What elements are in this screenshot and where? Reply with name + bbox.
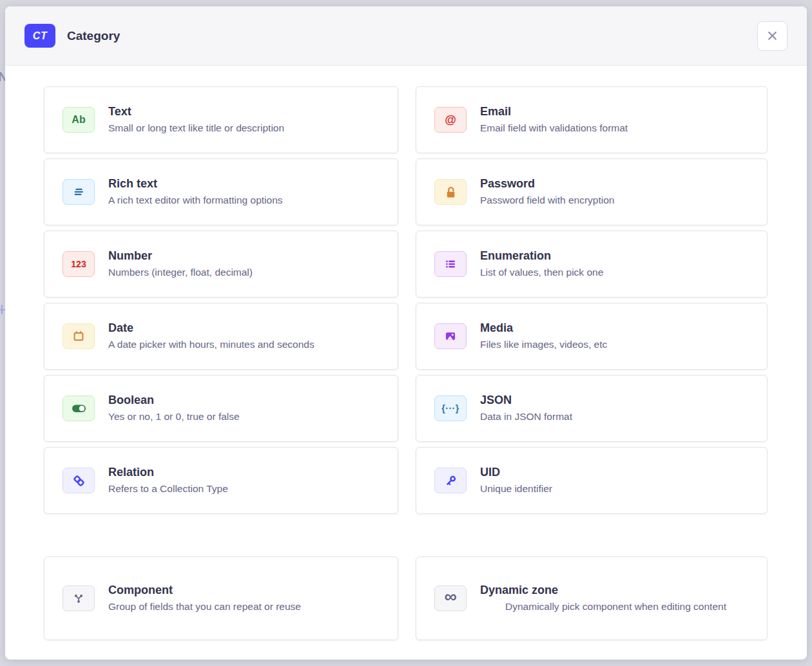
field-title: Boolean <box>108 394 382 407</box>
field-card-rich-text[interactable]: Rich text A rich text editor with format… <box>44 158 398 225</box>
field-card-email[interactable]: @ Email Email field with validations for… <box>416 86 768 153</box>
field-description: Small or long text like title or descrip… <box>108 122 382 135</box>
chain-links-icon <box>63 468 95 493</box>
field-title: Component <box>108 584 382 597</box>
field-card-dynamic-zone[interactable]: ∞ Dynamic zone Dynamically pick componen… <box>416 557 768 640</box>
node-tree-icon <box>63 585 95 611</box>
bullet-list-icon <box>434 251 467 277</box>
field-description: A rich text editor with formatting optio… <box>108 194 382 207</box>
json-glyph: {···} <box>441 403 459 414</box>
field-card-text-content: Email Email field with validations forma… <box>480 105 751 135</box>
collection-type-badge: CT <box>24 24 55 48</box>
field-card-uid[interactable]: UID Unique identifier <box>416 447 768 514</box>
infinity-icon: ∞ <box>434 585 467 611</box>
close-button[interactable] <box>757 21 788 51</box>
field-card-text-content: Number Numbers (integer, float, decimal) <box>108 249 382 280</box>
field-card-text-content: Boolean Yes or no, 1 or 0, true or false <box>108 394 382 424</box>
field-card-relation[interactable]: Relation Refers to a Collection Type <box>44 447 398 514</box>
field-card-json[interactable]: {···} JSON Data in JSON format <box>416 375 768 442</box>
field-description: List of values, then pick one <box>480 266 751 280</box>
field-card-text-content: Rich text A rich text editor with format… <box>108 177 382 207</box>
field-card-media[interactable]: Media Files like images, videos, etc <box>416 303 768 370</box>
infinity-glyph: ∞ <box>444 590 456 607</box>
field-type-picker-modal: CT Category Ab Text Small or long text l… <box>5 6 807 660</box>
field-description: Refers to a Collection Type <box>108 482 382 496</box>
field-card-text[interactable]: Ab Text Small or long text like title or… <box>44 86 398 153</box>
field-title: Text <box>108 105 382 119</box>
field-description: Numbers (integer, float, decimal) <box>108 266 382 280</box>
field-title: Media <box>480 321 751 335</box>
calendar-icon <box>63 323 95 349</box>
field-type-grid: Ab Text Small or long text like title or… <box>44 86 769 514</box>
field-title: UID <box>480 466 751 479</box>
field-card-text-content: Enumeration List of values, then pick on… <box>480 249 751 280</box>
picture-icon <box>434 323 467 349</box>
close-icon <box>766 30 778 42</box>
field-card-date[interactable]: Date A date picker with hours, minutes a… <box>44 303 398 370</box>
field-description: Dynamically pick component when editing … <box>505 600 727 614</box>
field-description: Unique identifier <box>480 482 751 496</box>
field-title: Relation <box>108 466 382 479</box>
field-card-text-content: Relation Refers to a Collection Type <box>108 466 382 496</box>
modal-title: Category <box>67 29 120 43</box>
one-two-three-icon: 123 <box>63 251 95 277</box>
field-description: Data in JSON format <box>480 410 751 424</box>
field-card-boolean[interactable]: Boolean Yes or no, 1 or 0, true or false <box>44 375 398 442</box>
field-title: Email <box>480 105 751 119</box>
field-card-number[interactable]: 123 Number Numbers (integer, float, deci… <box>44 231 398 298</box>
toggle-switch-icon <box>63 395 95 421</box>
ab-text-icon: Ab <box>63 107 95 133</box>
field-card-text-content: UID Unique identifier <box>480 466 751 496</box>
123-glyph: 123 <box>71 259 86 269</box>
at-sign-icon: @ <box>434 107 467 133</box>
field-title: Number <box>108 249 382 263</box>
field-title: Rich text <box>108 177 382 191</box>
field-card-text-content: Component Group of fields that you can r… <box>108 584 382 614</box>
field-title: Dynamic zone <box>480 584 751 597</box>
field-title: Enumeration <box>480 249 751 263</box>
special-field-grid: Component Group of fields that you can r… <box>44 557 769 640</box>
field-description: Yes or no, 1 or 0, true or false <box>108 410 382 424</box>
field-card-text-content: Text Small or long text like title or de… <box>108 105 382 135</box>
field-title: Password <box>480 177 751 191</box>
field-title: JSON <box>480 394 751 407</box>
field-card-password[interactable]: Password Password field with encryption <box>416 158 768 225</box>
field-description: A date picker with hours, minutes and se… <box>108 338 382 352</box>
field-card-text-content: Media Files like images, videos, etc <box>480 321 751 352</box>
modal-header: CT Category <box>5 6 807 66</box>
field-card-text-content: Password Password field with encryption <box>480 177 751 207</box>
field-card-text-content: Dynamic zone Dynamically pick component … <box>480 584 751 614</box>
field-description: Files like images, videos, etc <box>480 338 751 352</box>
key-icon <box>434 468 467 493</box>
field-description: Group of fields that you can repeat or r… <box>108 600 382 614</box>
field-card-text-content: JSON Data in JSON format <box>480 394 751 424</box>
modal-body: Ab Text Small or long text like title or… <box>5 66 807 658</box>
field-card-enumeration[interactable]: Enumeration List of values, then pick on… <box>416 231 768 298</box>
field-title: Date <box>108 321 382 335</box>
ab-glyph: Ab <box>72 114 85 126</box>
at-glyph: @ <box>445 113 456 127</box>
field-description: Email field with validations format <box>480 122 751 135</box>
field-description: Password field with encryption <box>480 194 751 207</box>
field-card-component[interactable]: Component Group of fields that you can r… <box>44 557 398 640</box>
curly-braces-icon: {···} <box>434 395 467 421</box>
field-card-text-content: Date A date picker with hours, minutes a… <box>108 321 382 352</box>
open-lock-icon <box>434 179 467 205</box>
align-lines-icon <box>63 179 95 205</box>
